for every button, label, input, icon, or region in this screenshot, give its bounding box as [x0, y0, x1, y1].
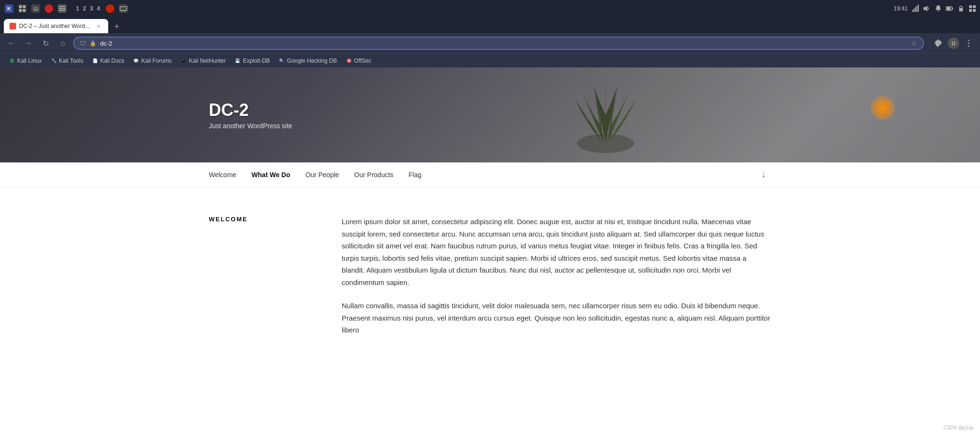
- svg-rect-12: [59, 8, 65, 9]
- bookmark-google-hacking-db[interactable]: 🔍 Google Hacking DB: [275, 57, 341, 65]
- bookmark-kali-nethunter-label: Kali NetHunter: [189, 57, 226, 64]
- svg-point-9: [45, 4, 53, 13]
- section-title: WELCOME: [209, 216, 323, 223]
- svg-rect-30: [969, 5, 972, 8]
- svg-rect-19: [912, 10, 913, 12]
- content-left-column: WELCOME: [209, 216, 323, 349]
- num-3[interactable]: 3: [90, 5, 93, 12]
- back-button[interactable]: ←: [5, 37, 18, 50]
- svg-rect-4: [23, 5, 26, 8]
- taskbar-app-1[interactable]: K: [4, 3, 14, 14]
- extensions-button[interactable]: [932, 37, 945, 50]
- tab-title: DC-2 – Just another WordPres…: [19, 23, 92, 29]
- num-1[interactable]: 1: [76, 5, 79, 12]
- top-right-system-icons: 19:41: [894, 5, 976, 12]
- svg-rect-27: [947, 7, 951, 10]
- nav-item-welcome[interactable]: Welcome: [209, 163, 236, 186]
- hero-subtitle: Just another WordPress site: [209, 122, 292, 130]
- nav-scroll-down-button[interactable]: ↓: [756, 167, 771, 182]
- offsec-favicon: 🎯: [345, 57, 352, 64]
- svg-rect-29: [959, 8, 963, 11]
- nav-item-our-products[interactable]: Our Products: [354, 163, 393, 186]
- nav-item-our-people[interactable]: Our People: [306, 163, 339, 186]
- window-icon: [969, 5, 976, 12]
- bookmark-kali-forums[interactable]: 💬 Kali Forums: [129, 57, 176, 65]
- taskbar-icons: K 🗂: [4, 3, 67, 14]
- exploit-db-favicon: 💾: [234, 57, 241, 64]
- bookmark-exploit-db[interactable]: 💾 Exploit-DB: [231, 57, 274, 65]
- active-tab[interactable]: DC-2 – Just another WordPres… ×: [4, 19, 108, 33]
- main-content-area: WELCOME Lorem ipsum dolor sit amet, cons…: [0, 187, 980, 377]
- bookmark-google-hacking-label: Google Hacking DB: [287, 57, 337, 64]
- taskbar-app-5[interactable]: [57, 3, 67, 14]
- bookmark-kali-linux-label: Kali Linux: [17, 57, 42, 64]
- svg-rect-6: [23, 9, 26, 12]
- nav-item-what-we-do[interactable]: What We Do: [252, 163, 290, 186]
- hero-section: DC-2 Just another WordPress site: [0, 67, 980, 162]
- forward-button[interactable]: →: [22, 37, 35, 50]
- kali-linux-favicon: 🐉: [9, 57, 15, 64]
- svg-rect-33: [973, 9, 976, 12]
- svg-text:🗂: 🗂: [33, 6, 38, 11]
- taskbar-app-3[interactable]: 🗂: [30, 3, 41, 14]
- menu-button[interactable]: [962, 37, 975, 50]
- svg-rect-22: [916, 6, 917, 12]
- bookmark-offsec-label: OffSec: [354, 57, 371, 64]
- hero-background: [0, 67, 980, 162]
- svg-rect-28: [952, 8, 953, 9]
- num-icons: 1 2 3 4: [76, 5, 100, 12]
- hero-bokeh-decoration: [871, 96, 895, 120]
- address-bar[interactable]: 🛡 🔒 ☆: [73, 37, 924, 50]
- nav-item-flag[interactable]: Flag: [409, 163, 421, 186]
- bookmark-kali-nethunter[interactable]: 📱 Kali NetHunter: [177, 57, 230, 65]
- network-icon: [912, 5, 919, 12]
- svg-point-35: [968, 40, 970, 41]
- bookmark-kali-forums-label: Kali Forums: [141, 57, 172, 64]
- new-tab-button[interactable]: +: [110, 20, 123, 33]
- website-content: DC-2 Just another WordPress site Welcome…: [0, 67, 980, 377]
- system-clock: 19:41: [894, 5, 908, 12]
- system-top-bar: K 🗂 1 2 3 4 19:41: [0, 0, 980, 17]
- kali-tools-favicon: 🔧: [50, 57, 57, 64]
- bookmark-kali-docs[interactable]: 📄 Kali Docs: [88, 57, 128, 65]
- bookmark-offsec[interactable]: 🎯 OffSec: [342, 57, 375, 65]
- svg-rect-13: [59, 10, 65, 11]
- profile-avatar[interactable]: U: [948, 38, 959, 49]
- svg-point-34: [10, 24, 15, 28]
- svg-rect-32: [969, 9, 972, 12]
- svg-point-37: [968, 46, 970, 47]
- bell-icon: [934, 5, 942, 12]
- taskbar-app-7[interactable]: [118, 3, 129, 14]
- navigation-bar: ← → ↻ ⌂ 🛡 🔒 ☆ U: [0, 33, 980, 53]
- refresh-button[interactable]: ↻: [39, 37, 52, 50]
- hero-plant-image: [525, 67, 686, 162]
- num-2[interactable]: 2: [83, 5, 86, 12]
- home-button[interactable]: ⌂: [56, 37, 69, 50]
- num-4[interactable]: 4: [97, 5, 100, 12]
- svg-rect-11: [59, 6, 65, 7]
- svg-rect-20: [914, 9, 915, 12]
- bookmark-kali-tools[interactable]: 🔧 Kali Tools: [47, 57, 87, 65]
- bookmark-kali-linux[interactable]: 🐉 Kali Linux: [5, 57, 46, 65]
- lock-icon: [957, 5, 965, 12]
- taskbar-app-4[interactable]: [44, 3, 54, 14]
- bookmark-star-icon[interactable]: ☆: [911, 39, 917, 47]
- taskbar-app-2[interactable]: [17, 3, 28, 14]
- content-paragraph-2: Nullam convallis, massa id sagittis tinc…: [342, 300, 771, 336]
- kali-forums-favicon: 💬: [133, 57, 140, 64]
- lock-icon: 🔒: [90, 40, 96, 47]
- shield-icon: 🛡: [80, 40, 86, 47]
- svg-rect-3: [19, 5, 22, 8]
- battery-icon: [946, 5, 953, 12]
- content-paragraph-1: Lorem ipsum dolor sit amet, consectetur …: [342, 216, 771, 288]
- svg-marker-24: [924, 6, 927, 11]
- tab-close-button[interactable]: ×: [95, 22, 103, 30]
- svg-rect-5: [19, 9, 22, 12]
- site-navigation: Welcome What We Do Our People Our Produc…: [0, 162, 980, 187]
- kali-nethunter-favicon: 📱: [180, 57, 187, 64]
- taskbar-app-6[interactable]: [105, 3, 115, 14]
- bookmark-exploit-db-label: Exploit-DB: [243, 57, 270, 64]
- svg-rect-31: [973, 5, 976, 8]
- kali-docs-favicon: 📄: [92, 57, 98, 64]
- url-input[interactable]: [100, 40, 907, 47]
